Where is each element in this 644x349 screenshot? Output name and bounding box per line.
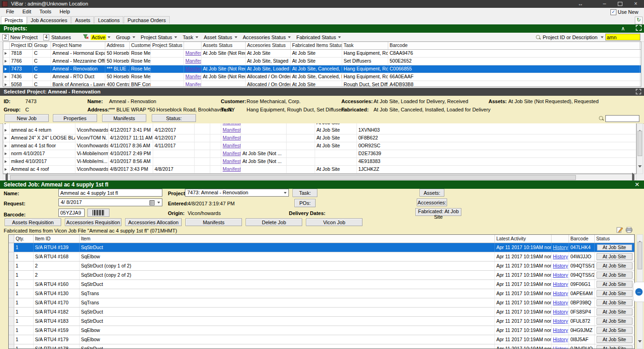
- clear-filter-icon[interactable]: [83, 34, 89, 41]
- column-header-accessories[interactable]: Accesories Status: [246, 42, 291, 49]
- job-project-select[interactable]: 7473: Amneal - Renovation: [185, 189, 289, 197]
- tab-locations[interactable]: Locations: [94, 16, 123, 23]
- history-link[interactable]: History: [553, 346, 568, 349]
- pos-button[interactable]: POs:: [294, 199, 316, 207]
- manifests-link[interactable]: Manifests: [223, 127, 241, 133]
- expand-icon[interactable]: [636, 25, 642, 32]
- print-icon[interactable]: [626, 227, 633, 234]
- history-link[interactable]: History: [553, 254, 568, 259]
- manifests-link[interactable]: Manifests: [185, 81, 201, 87]
- fabricated-status-button[interactable]: Fabricated: At Job Site: [415, 208, 461, 216]
- column-header-qty[interactable]: Qty.: [14, 235, 34, 243]
- scroll-up-icon[interactable]: [637, 124, 643, 130]
- table-row[interactable]: amneal ac 4 1st floorVicon/howards4/11/2…: [3, 142, 636, 150]
- tab-purchase-orders[interactable]: Purchase Orders: [124, 16, 169, 23]
- menu-item-edit[interactable]: Edit: [18, 8, 35, 16]
- manifests-link[interactable]: Manifests: [223, 135, 241, 140]
- table-row[interactable]: 1S/A RTU4 #183SqStrDuctApr 11 2017 10:19…: [9, 317, 634, 326]
- column-header-task[interactable]: Task: [342, 42, 388, 49]
- status-button[interactable]: At Job Site: [597, 281, 632, 288]
- vicon-job-button[interactable]: Vicon Job: [306, 218, 362, 226]
- column-header-assets[interactable]: Assets Status: [201, 42, 246, 49]
- maximize-button[interactable]: [614, 0, 627, 8]
- column-header[interactable]: [9, 235, 14, 243]
- manifests-link[interactable]: Manifests: [223, 123, 241, 125]
- table-row[interactable]: 7818CAmneal - Hormonal Expansion50 Horse…: [3, 50, 641, 58]
- history-link[interactable]: History: [553, 281, 568, 287]
- status-button[interactable]: At Job Site: [597, 262, 632, 269]
- teamviewer-icon[interactable]: ↔: [635, 288, 643, 296]
- accessories-allocation-button[interactable]: Accessories Allocation: [125, 218, 182, 226]
- status-button[interactable]: At Job Site: [597, 299, 632, 306]
- column-header-id[interactable]: Project ID: [10, 42, 33, 49]
- column-header-history[interactable]: [552, 235, 569, 243]
- column-header[interactable]: [184, 42, 201, 49]
- column-header-status[interactable]: Status: [595, 235, 634, 243]
- refresh-icon[interactable]: ↻: [635, 17, 643, 24]
- table-row[interactable]: 12SqStrDuct (copy 2 of 2)Apr 11 2017 10:…: [9, 271, 634, 280]
- table-row[interactable]: 1S/A RTU4 #159SqElbowApr 11 2017 10:19AM…: [9, 326, 634, 335]
- table-row[interactable]: 7766CAmneal - Mezzanine Offices50 Horseb…: [3, 58, 641, 65]
- table-row[interactable]: 5058CBank of Annerica - Lawrence400 Cent…: [3, 81, 641, 87]
- status-button[interactable]: At Job Site: [597, 290, 632, 297]
- tab-assets[interactable]: Assets: [71, 16, 94, 23]
- column-header-address[interactable]: Address: [105, 42, 130, 49]
- manifests-link[interactable]: Manifests: [223, 166, 241, 172]
- column-header-customer[interactable]: Customer: [130, 42, 151, 49]
- scroll-up-icon[interactable]: [637, 235, 643, 241]
- manifests-link[interactable]: Manifests: [185, 58, 201, 64]
- filter-accessories-status[interactable]: Accessories Status: [242, 35, 291, 40]
- table-row[interactable]: 1S/A RTU4 #160SqStrDuctApr 11 2017 10:19…: [9, 280, 634, 289]
- history-link[interactable]: History: [553, 309, 568, 314]
- scroll-right-icon[interactable]: [630, 174, 636, 180]
- column-header-barcode[interactable]: Barcode: [388, 42, 640, 49]
- manifests-link[interactable]: Manifests: [185, 66, 201, 71]
- delete-job-button[interactable]: Delete Job: [246, 218, 302, 226]
- manifests-link[interactable]: Manifests: [223, 143, 241, 148]
- tab-projects[interactable]: Projects: [1, 16, 27, 24]
- history-link[interactable]: History: [553, 272, 568, 278]
- column-header-barcode[interactable]: Barcode: [569, 235, 595, 243]
- history-link[interactable]: History: [553, 337, 568, 342]
- job-request-date-input[interactable]: 4/ 8/2017: [58, 198, 162, 206]
- table-row[interactable]: 7473CAmneal - Renovation*** BLUE ...Rose…: [3, 65, 641, 73]
- filter-fabricated-status[interactable]: Fabricated Status: [295, 35, 341, 40]
- session-toolbar-icon[interactable]: ↔: [574, 0, 587, 8]
- close-button[interactable]: ×: [629, 0, 642, 8]
- table-row[interactable]: 1S/A RTU4 #182SqStrDuctApr 11 2017 10:19…: [9, 308, 634, 317]
- statuses-button[interactable]: Statuses: [51, 35, 71, 40]
- history-link[interactable]: History: [553, 318, 568, 324]
- use-new-ui-checkbox[interactable]: ✓: [610, 9, 616, 15]
- barcode-button[interactable]: [87, 209, 109, 217]
- scrollbar-thumb[interactable]: [638, 242, 642, 269]
- accessories-requisition-button[interactable]: Accessories Requisition: [65, 218, 121, 226]
- collapse-icon[interactable]: ∧: [621, 25, 625, 32]
- status-button[interactable]: At Job Site: [597, 345, 632, 349]
- scrollbar-thumb[interactable]: [638, 131, 642, 156]
- status-button[interactable]: At Job Site: [597, 327, 632, 334]
- history-link[interactable]: History: [553, 300, 568, 305]
- table-row[interactable]: 1S/A RTU4 #168SqElbowApr 11 2017 10:19AM…: [9, 252, 634, 262]
- new-project-button[interactable]: New Project: [11, 35, 38, 40]
- new-job-button[interactable]: New Job: [5, 114, 49, 122]
- history-link[interactable]: History: [553, 244, 568, 250]
- assets-requisition-button[interactable]: Assets Requisition: [5, 218, 61, 226]
- manifests-button[interactable]: Manifests: [185, 218, 242, 226]
- manifests-link[interactable]: Manifests: [185, 50, 201, 56]
- column-header-fabricated[interactable]: Fabricated Items Status: [291, 42, 342, 49]
- scroll-left-icon[interactable]: [4, 174, 9, 180]
- table-row[interactable]: 1S/A RTU4 #178SqStrDuctApr 11 2017 10:19…: [9, 344, 634, 349]
- vertical-scrollbar[interactable]: [637, 123, 643, 174]
- close-icon[interactable]: ×: [635, 180, 639, 189]
- menu-item-help[interactable]: Help: [55, 8, 74, 16]
- table-row[interactable]: miked 4/10/2017Vi-Mobile/mi...4/10/2017 …: [3, 158, 636, 166]
- status-button[interactable]: At Job Site: [597, 336, 632, 343]
- filter-active[interactable]: Active: [91, 35, 110, 40]
- search-field-chevron-icon[interactable]: [601, 36, 604, 38]
- manifests-link[interactable]: Manifests: [185, 74, 201, 79]
- job-name-input[interactable]: [58, 189, 162, 197]
- properties-button[interactable]: Properties: [53, 114, 97, 122]
- edit-icon[interactable]: [616, 227, 624, 233]
- manifests-link[interactable]: Manifests: [223, 158, 241, 164]
- table-row[interactable]: Ammeal ac 4 roofVicon/howards4/8/2017 3:…: [3, 166, 636, 174]
